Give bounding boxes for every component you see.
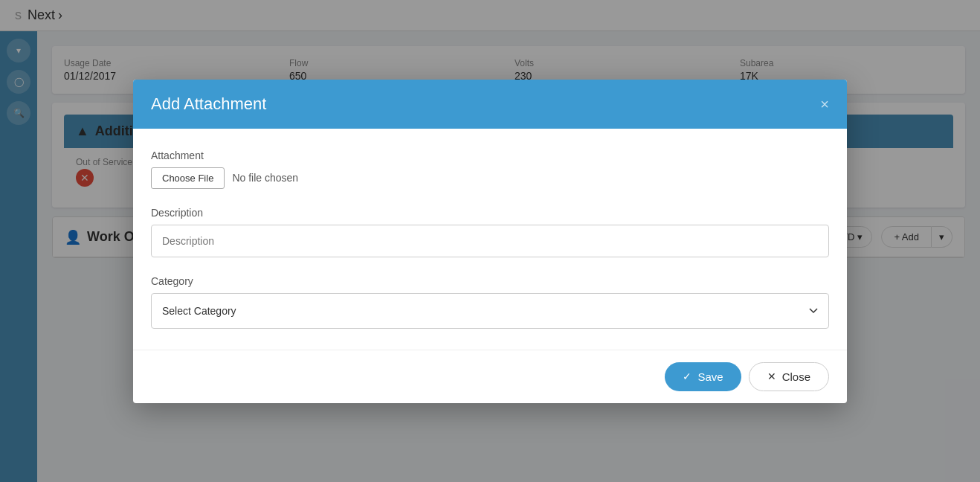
- modal-footer: ✓ Save ✕ Close: [133, 350, 847, 403]
- save-label: Save: [697, 370, 723, 383]
- file-input-row: Choose File No file chosen: [151, 167, 829, 189]
- attachment-label: Attachment: [151, 150, 829, 161]
- category-select[interactable]: Select Category: [151, 293, 829, 329]
- attachment-form-group: Attachment Choose File No file chosen: [151, 150, 829, 189]
- choose-file-button[interactable]: Choose File: [151, 167, 225, 189]
- modal-title: Add Attachment: [151, 94, 266, 114]
- close-label: Close: [782, 370, 810, 383]
- description-form-group: Description: [151, 207, 829, 257]
- category-label: Category: [151, 275, 829, 287]
- close-button[interactable]: ✕ Close: [749, 362, 829, 391]
- checkmark-icon: ✓: [683, 370, 692, 382]
- add-attachment-modal: Add Attachment × Attachment Choose File …: [133, 80, 847, 403]
- modal-body: Attachment Choose File No file chosen De…: [133, 129, 847, 350]
- modal-header: Add Attachment ×: [133, 80, 847, 129]
- x-mark-icon: ✕: [767, 370, 776, 382]
- no-file-text: No file chosen: [232, 172, 298, 184]
- description-input[interactable]: [151, 225, 829, 257]
- modal-overlay[interactable]: Add Attachment × Attachment Choose File …: [0, 0, 980, 482]
- category-form-group: Category Select Category: [151, 275, 829, 329]
- description-label: Description: [151, 207, 829, 219]
- save-button[interactable]: ✓ Save: [665, 362, 741, 391]
- modal-close-x-button[interactable]: ×: [820, 97, 829, 112]
